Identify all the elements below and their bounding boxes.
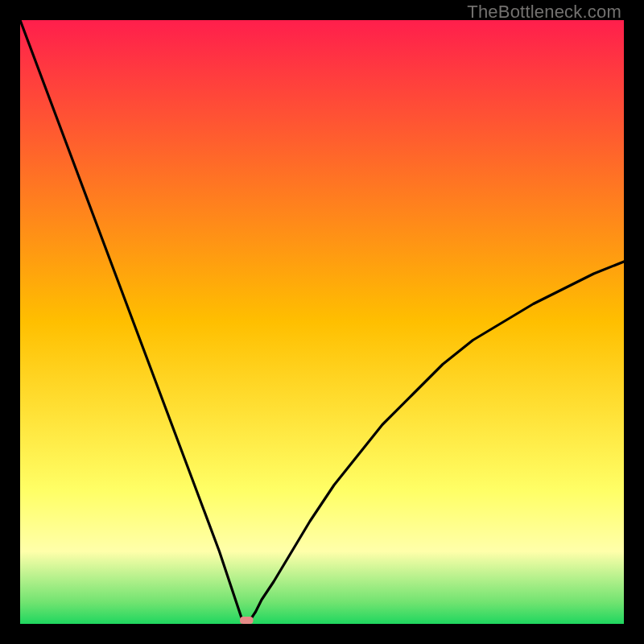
bottleneck-chart: [20, 20, 624, 624]
chart-background: [20, 20, 624, 624]
watermark-text: TheBottleneck.com: [467, 2, 621, 23]
chart-frame: [20, 20, 624, 624]
vertex-marker: [240, 617, 254, 624]
